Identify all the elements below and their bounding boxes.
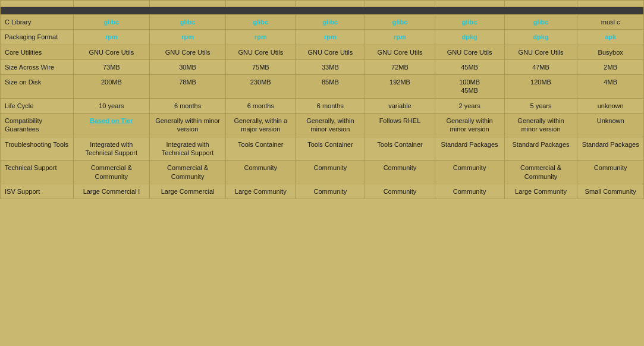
cell-value: variable [365,98,435,113]
cell-value: Community [296,184,365,199]
cell-value: Tools Container [296,137,365,161]
cell-value: unknown [577,98,644,113]
cell-value[interactable]: rpm [73,30,149,45]
cell-value: 85MB [296,75,365,99]
table-row: Size Across Wire73MB30MB75MB33MB72MB45MB… [1,59,644,74]
cell-value: 230MB [226,75,296,99]
cell-value: Standard Packages [577,137,644,161]
cell-value: Generally, within a major version [226,114,296,137]
cell-value: Standard Packages [435,137,504,161]
cell-value: Community [296,161,365,184]
cell-value: 4MB [577,75,644,99]
cell-value: 73MB [73,59,149,74]
cell-value: 30MB [149,59,225,74]
cell-value: Community [435,184,504,199]
cell-value: Community [226,161,296,184]
cell-value[interactable]: glibc [149,15,225,30]
cell-value: 2 years [435,98,504,113]
cell-value: 6 months [149,98,225,113]
cell-value[interactable]: dpkg [504,30,577,45]
cell-value: Generally within minor version [504,114,577,137]
cell-value: Community [435,161,504,184]
cell-value: 75MB [226,59,296,74]
cell-value: musl c [577,15,644,30]
cell-value: GNU Core Utils [365,45,435,59]
cell-value: Community [365,161,435,184]
cell-value[interactable]: rpm [296,30,365,45]
cell-value[interactable]: rpm [226,30,296,45]
header-image-type [1,1,74,7]
cell-value: Generally, within minor version [296,114,365,137]
row-label: Packaging Format [1,30,74,45]
cell-value: Follows RHEL [365,114,435,137]
cell-value[interactable]: Based on Tier [73,114,149,137]
cell-value: 78MB [149,75,225,99]
table-row: Technical SupportCommercial & CommunityC… [1,161,644,184]
cell-value[interactable]: rpm [365,30,435,45]
cell-value[interactable]: glibc [226,15,296,30]
cell-value: Commercial & Community [73,161,149,184]
cell-value: GNU Core Utils [149,45,225,59]
header-col3 [226,1,296,7]
cell-value: 6 months [226,98,296,113]
cell-value: 47MB [504,59,577,74]
cell-value[interactable]: glibc [504,15,577,30]
cell-value: 45MB [435,59,504,74]
cell-value: 6 months [296,98,365,113]
row-label: Technical Support [1,161,74,184]
table-row: Packaging Formatrpmrpmrpmrpmrpmdpkgdpkga… [1,30,644,45]
cell-value: 10 years [73,98,149,113]
cell-value: 100MB45MB [435,75,504,99]
table-row: Troubleshooting ToolsIntegrated with Tec… [1,137,644,161]
cell-value: Community [365,184,435,199]
cell-value: Integrated with Technical Support [73,137,149,161]
header-col8 [577,1,644,7]
cell-value: GNU Core Utils [435,45,504,59]
cell-value: 33MB [296,59,365,74]
cell-value: Large Community [226,184,296,199]
row-label: Troubleshooting Tools [1,137,74,161]
cell-value[interactable]: rpm [149,30,225,45]
cell-value: Tools Container [226,137,296,161]
row-label: ISV Support [1,184,74,199]
header-col1 [73,1,149,7]
cell-value: 72MB [365,59,435,74]
cell-value: Commercial & Community [504,161,577,184]
row-label: Size Across Wire [1,59,74,74]
cell-value: Commercial & Community [149,161,225,184]
cell-value[interactable]: glibc [73,15,149,30]
cell-value: GNU Core Utils [504,45,577,59]
row-label: C Library [1,15,74,30]
cell-value: Large Commercial l [73,184,149,199]
row-label: Life Cycle [1,98,74,113]
cell-value: GNU Core Utils [73,45,149,59]
cell-value: 5 years [504,98,577,113]
cell-value: Standard Packages [504,137,577,161]
header-col4 [296,1,365,7]
cell-value: 120MB [504,75,577,99]
cell-value: 192MB [365,75,435,99]
table-row: ISV SupportLarge Commercial lLarge Comme… [1,184,644,199]
cell-value[interactable]: glibc [435,15,504,30]
cell-value[interactable]: glibc [296,15,365,30]
cell-value: Generally within minor version [435,114,504,137]
cell-value[interactable]: dpkg [435,30,504,45]
cell-value: Small Community [577,184,644,199]
cell-value: 2MB [577,59,644,74]
row-label: Compatibility Guarantees [1,114,74,137]
table-row: C Libraryglibcglibcglibcglibcglibcglibcg… [1,15,644,30]
cell-value: Generally within minor version [149,114,225,137]
cell-value: Large Commercial [149,184,225,199]
cell-value: Integrated with Technical Support [149,137,225,161]
header-row [1,1,644,7]
cell-value[interactable]: apk [577,30,644,45]
table-row: Size on Disk200MB78MB230MB85MB192MB100MB… [1,75,644,99]
cell-value: 200MB [73,75,149,99]
cell-value[interactable]: glibc [365,15,435,30]
architecture-label [1,7,644,15]
header-col5 [365,1,435,7]
cell-value: Busybox [577,45,644,59]
table-row: Life Cycle10 years6 months6 months6 mont… [1,98,644,113]
cell-value: Unknown [577,114,644,137]
row-label: Core Utilities [1,45,74,59]
